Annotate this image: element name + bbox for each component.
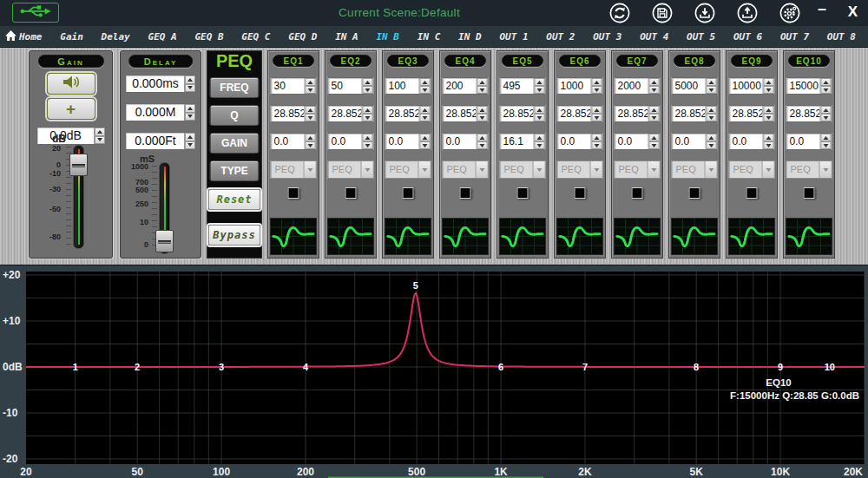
eq-curve-icon[interactable] — [327, 218, 374, 255]
mute-button[interactable] — [47, 73, 95, 95]
save-icon[interactable] — [652, 3, 673, 23]
freq-spinbox[interactable]: 495 — [500, 77, 546, 95]
spin-up-button[interactable] — [649, 78, 660, 86]
q-spinbox[interactable]: 28.852 — [500, 105, 546, 122]
gain-spinbox[interactable]: 0.0 — [271, 133, 317, 150]
freq-spinbox[interactable]: 5000 — [672, 77, 718, 95]
spin-up-button[interactable] — [306, 134, 316, 141]
spin-down-button[interactable] — [764, 114, 774, 121]
spin-up-button[interactable] — [764, 134, 774, 141]
freq-spinbox[interactable]: 50 — [328, 77, 374, 95]
gain-spinbox[interactable]: 0.0 — [672, 133, 718, 150]
freq-spinbox[interactable]: 1000 — [557, 77, 603, 95]
type-dropdown[interactable]: PEQ — [672, 160, 718, 179]
gain-spinbox[interactable]: 0.0 — [443, 133, 489, 150]
nav-tab-in-c[interactable]: IN C — [418, 31, 441, 43]
freq-spinbox[interactable]: 200 — [443, 77, 489, 95]
eq-curve-icon[interactable] — [614, 218, 661, 255]
spin-down-button[interactable] — [707, 141, 717, 149]
nav-tab-in-b[interactable]: IN B — [377, 31, 400, 43]
q-spinbox[interactable]: 28.852 — [328, 105, 374, 122]
band-checkbox[interactable] — [517, 187, 529, 199]
band-checkbox[interactable] — [804, 187, 815, 199]
spin-down-button[interactable] — [420, 86, 431, 94]
close-button[interactable]: X — [848, 3, 858, 21]
spin-down-button[interactable] — [821, 114, 832, 121]
spin-down-button[interactable] — [535, 86, 545, 94]
type-dropdown[interactable]: PEQ — [385, 160, 431, 179]
gain-spinbox[interactable]: 0.0 — [615, 133, 661, 150]
freq-spinbox[interactable]: 100 — [385, 77, 431, 95]
eq-curve-icon[interactable] — [671, 218, 718, 255]
spin-up-button[interactable] — [185, 104, 195, 113]
band-checkbox[interactable] — [575, 187, 586, 199]
gain-row-button[interactable]: GAIN — [210, 133, 260, 154]
spin-down-button[interactable] — [707, 114, 717, 121]
eq-curve-icon[interactable] — [786, 218, 832, 255]
spin-down-button[interactable] — [649, 114, 660, 121]
spin-down-button[interactable] — [477, 114, 488, 121]
q-row-button[interactable]: Q — [210, 105, 260, 126]
delay-ms-spinbox[interactable]: 0.000ms — [125, 75, 196, 93]
type-dropdown[interactable]: PEQ — [729, 160, 775, 179]
freq-spinbox[interactable]: 10000 — [729, 77, 775, 95]
bypass-button[interactable]: Bypass — [208, 225, 260, 246]
spin-down-button[interactable] — [649, 86, 660, 94]
spin-up-button[interactable] — [363, 78, 373, 86]
spin-down-button[interactable] — [535, 114, 545, 121]
band-checkbox[interactable] — [746, 187, 758, 199]
sync-icon[interactable] — [609, 3, 630, 23]
freq-spinbox[interactable]: 30 — [271, 77, 317, 95]
chevron-down-icon[interactable] — [590, 161, 602, 178]
gain-spinbox[interactable]: 0.0 — [786, 133, 832, 150]
spin-up-button[interactable] — [185, 75, 195, 84]
delay-m-spinbox[interactable]: 0.000M — [125, 103, 196, 121]
spin-down-button[interactable] — [185, 113, 195, 121]
spin-up-button[interactable] — [764, 106, 774, 114]
spin-down-button[interactable] — [363, 114, 373, 121]
eq-response-graph[interactable]: 12345678910+20+100dB-10-2020501002005001… — [0, 265, 868, 478]
spin-up-button[interactable] — [821, 134, 832, 141]
spin-up-button[interactable] — [363, 106, 373, 114]
freq-spinbox[interactable]: 15000 — [786, 77, 832, 95]
chevron-down-icon[interactable] — [705, 161, 717, 178]
spin-down-button[interactable] — [477, 141, 488, 149]
eq-curve-icon[interactable] — [385, 218, 431, 255]
chevron-down-icon[interactable] — [762, 161, 774, 178]
nav-tab-out-8[interactable]: OUT 8 — [827, 31, 856, 43]
spin-up-button[interactable] — [306, 78, 316, 86]
upload-icon[interactable] — [737, 3, 758, 23]
freq-row-button[interactable]: FREQ — [210, 77, 260, 98]
nav-tab-delay[interactable]: Delay — [102, 31, 130, 43]
chevron-down-icon[interactable] — [476, 161, 488, 178]
spin-down-button[interactable] — [764, 141, 774, 149]
spin-up-button[interactable] — [649, 106, 660, 114]
spin-up-button[interactable] — [707, 78, 717, 86]
band-checkbox[interactable] — [403, 187, 414, 199]
gain-fader-handle[interactable] — [69, 154, 88, 176]
nav-tab-gain[interactable]: Gain — [60, 31, 83, 43]
gain-value-spinbox[interactable]: 0.0dB — [36, 127, 106, 145]
spin-up-button[interactable] — [535, 106, 545, 114]
chevron-down-icon[interactable] — [648, 161, 660, 178]
spin-up-button[interactable] — [420, 78, 431, 86]
spin-down-button[interactable] — [185, 84, 195, 93]
spin-down-button[interactable] — [764, 86, 774, 94]
spin-down-button[interactable] — [306, 114, 316, 121]
spin-up-button[interactable] — [477, 78, 488, 86]
nav-tab-geq-c[interactable]: GEQ C — [241, 31, 270, 43]
spin-up-button[interactable] — [592, 78, 602, 86]
q-spinbox[interactable]: 28.852 — [786, 105, 832, 122]
gain-spinbox[interactable]: 0.0 — [385, 133, 431, 150]
spin-up-button[interactable] — [649, 134, 660, 141]
gain-spinbox[interactable]: 16.1 — [500, 133, 546, 150]
spin-down-button[interactable] — [185, 141, 195, 150]
spin-up-button[interactable] — [420, 106, 431, 114]
spin-up-button[interactable] — [707, 106, 717, 114]
spin-up-button[interactable] — [821, 78, 832, 86]
nav-tab-out-3[interactable]: OUT 3 — [593, 31, 621, 43]
q-spinbox[interactable]: 28.852 — [271, 105, 317, 122]
spin-down-button[interactable] — [535, 141, 545, 149]
eq-curve-icon[interactable] — [270, 218, 317, 255]
type-dropdown[interactable]: PEQ — [443, 160, 489, 179]
